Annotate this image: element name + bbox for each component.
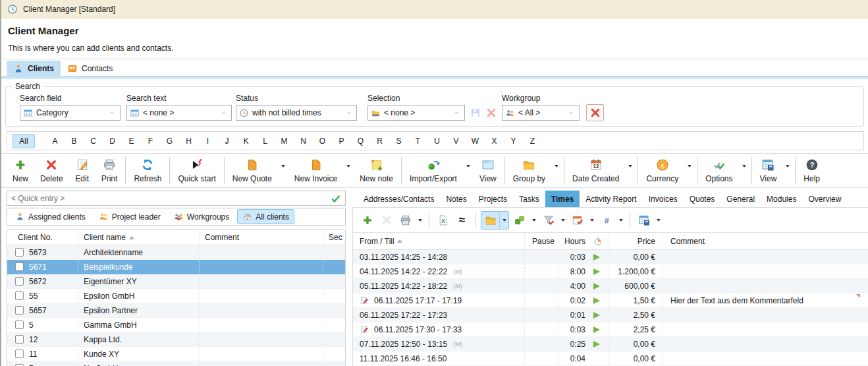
alphabet-item[interactable]: H	[179, 137, 198, 146]
edit-button[interactable]: Edit	[69, 154, 95, 187]
tab-activity-report[interactable]: Activity Report	[580, 191, 642, 207]
alphabet-item-all[interactable]: All	[13, 134, 35, 148]
alphabet-item[interactable]: Q	[351, 137, 370, 146]
row-checkbox[interactable]	[15, 262, 24, 271]
filter-all-clients[interactable]: All clients	[237, 209, 294, 224]
client-row[interactable]: 11 Kunde XY	[7, 347, 345, 361]
tab-modules[interactable]: Modules	[761, 191, 802, 207]
times-add-button[interactable]	[358, 212, 376, 229]
options-button[interactable]: Options	[699, 154, 738, 187]
tab-notes[interactable]: Notes	[440, 191, 472, 207]
time-row[interactable]: 06.11.2025 17:22 - 17:23 0:01 2,50 €	[353, 308, 868, 322]
new-button[interactable]: New	[7, 154, 34, 187]
import-export-dropdown[interactable]	[463, 144, 474, 187]
alphabet-item[interactable]: L	[256, 137, 275, 146]
alphabet-item[interactable]: S	[389, 137, 408, 146]
clear-search-button[interactable]	[586, 104, 604, 121]
alphabet-item[interactable]: I	[198, 137, 217, 146]
alphabet-item[interactable]: O	[313, 137, 332, 146]
alphabet-item[interactable]: C	[84, 137, 103, 146]
play-icon[interactable]	[593, 297, 600, 304]
status-combo[interactable]: with not billed times	[236, 105, 357, 121]
play-icon[interactable]	[593, 283, 600, 290]
times-folder-dropdown[interactable]	[499, 212, 508, 229]
group-by-dropdown[interactable]	[551, 144, 562, 187]
client-row[interactable]: 12 Kappa Ltd.	[7, 332, 345, 347]
refresh-button[interactable]: Refresh	[128, 154, 167, 187]
view-table-button[interactable]: View	[754, 154, 783, 187]
tab-tasks[interactable]: Tasks	[513, 191, 545, 207]
alphabet-item[interactable]: D	[103, 137, 122, 146]
client-row[interactable]: 5672 Eigentümer XY	[7, 274, 345, 289]
client-row[interactable]: 5 Gamma GmbH	[7, 318, 345, 332]
search-field-combo[interactable]: Category	[20, 105, 121, 121]
times-delete-button[interactable]	[377, 212, 395, 229]
play-icon[interactable]	[593, 312, 600, 319]
alphabet-item[interactable]: F	[141, 137, 160, 146]
row-checkbox[interactable]	[15, 291, 24, 300]
confirm-check-icon[interactable]	[331, 193, 341, 204]
options-dropdown[interactable]	[739, 144, 749, 187]
alphabet-item[interactable]: E	[122, 137, 141, 146]
client-row[interactable]: 5657 Epsilon Partner	[7, 303, 345, 318]
col-price[interactable]: Price	[608, 233, 662, 249]
col-stopwatch[interactable]	[588, 233, 608, 249]
tab-quotes[interactable]: Quotes	[684, 191, 721, 207]
time-row[interactable]: 06.11.2025 17:30 - 17:33 0:03 2,25 €	[353, 322, 868, 337]
date-created-button[interactable]: Date Created	[566, 154, 625, 187]
times-number-button[interactable]	[597, 212, 615, 229]
times-filter-dropdown[interactable]	[558, 212, 567, 229]
time-row[interactable]: 05.11.2025 14:22 - 18:22(M) 4:00 600,00 …	[353, 279, 868, 293]
alphabet-item[interactable]: R	[370, 137, 389, 146]
quick-start-button[interactable]: Quick start	[172, 154, 221, 187]
time-row[interactable]: 07.11.2025 12:50 - 13:15(M) 0:25 0,00 €	[353, 337, 868, 351]
time-row[interactable]: 03.11.2025 14:25 - 14:28 0:03 0,00 €	[353, 250, 868, 264]
search-text-combo[interactable]: < none >	[126, 105, 232, 121]
filter-project-leader[interactable]: Project leader	[94, 209, 166, 224]
play-icon[interactable]	[593, 254, 600, 260]
new-invoice-button[interactable]: New Invoice	[288, 154, 343, 187]
alphabet-item[interactable]: J	[217, 137, 236, 146]
filter-workgroups[interactable]: Workgroups	[169, 209, 234, 224]
row-checkbox[interactable]	[15, 277, 24, 286]
group-by-button[interactable]: Group by	[507, 154, 551, 187]
currency-button[interactable]: Currency	[640, 154, 684, 187]
tab-addresses-contacts[interactable]: Addresses/Contacts	[358, 191, 440, 207]
tab-overview[interactable]: Overview	[802, 191, 847, 207]
workgroup-combo[interactable]: < All >	[502, 105, 580, 121]
alphabet-item[interactable]: T	[408, 137, 427, 146]
row-checkbox[interactable]	[15, 320, 24, 329]
client-row-selected[interactable]: 5671 Beispielkunde	[7, 260, 345, 274]
tab-clients[interactable]: Clients	[7, 61, 61, 76]
play-icon[interactable]	[593, 326, 600, 333]
client-row[interactable]: 55 Epsilon GmbH	[7, 289, 345, 303]
alphabet-item[interactable]: N	[294, 137, 313, 146]
new-quote-button[interactable]: New Quote	[227, 154, 278, 187]
play-icon[interactable]	[593, 341, 600, 348]
time-row[interactable]: 04.11.2025 14:22 - 22:22(M) 8:00 1.200,0…	[353, 264, 868, 279]
delete-button[interactable]: Delete	[34, 154, 69, 187]
print-button[interactable]: Print	[95, 154, 124, 187]
play-icon[interactable]	[593, 268, 600, 275]
row-checkbox[interactable]	[15, 350, 24, 358]
times-folder-splitbutton[interactable]	[481, 211, 509, 229]
row-checkbox[interactable]	[15, 306, 24, 315]
times-number-dropdown[interactable]	[616, 212, 625, 229]
new-quote-dropdown[interactable]	[278, 144, 288, 187]
col-pause[interactable]: Pause	[524, 233, 558, 249]
time-row[interactable]: 11.11.2025 16:46 - 16:50 0:04 0,00 €	[353, 351, 868, 366]
times-date-filter-button[interactable]	[568, 212, 586, 229]
client-row[interactable]: 5673 Architektenname	[7, 245, 345, 260]
quick-entry-input[interactable]	[11, 194, 331, 203]
col-client-name[interactable]: Client name	[78, 230, 199, 245]
col-hours[interactable]: Hours	[558, 233, 588, 249]
time-row[interactable]: 06.11.2025 17:17 - 17:19 0:02 1,50 € Hie…	[353, 293, 868, 308]
times-view-dropdown[interactable]	[654, 212, 663, 229]
col-from-till[interactable]: From / Till	[353, 233, 524, 249]
tab-projects[interactable]: Projects	[473, 191, 513, 207]
times-print-dropdown[interactable]	[416, 212, 424, 229]
col-client-no[interactable]: Client No.	[7, 230, 78, 245]
times-export-excel-button[interactable]	[434, 212, 452, 229]
currency-dropdown[interactable]	[684, 144, 695, 187]
view-table-dropdown[interactable]	[782, 144, 793, 187]
